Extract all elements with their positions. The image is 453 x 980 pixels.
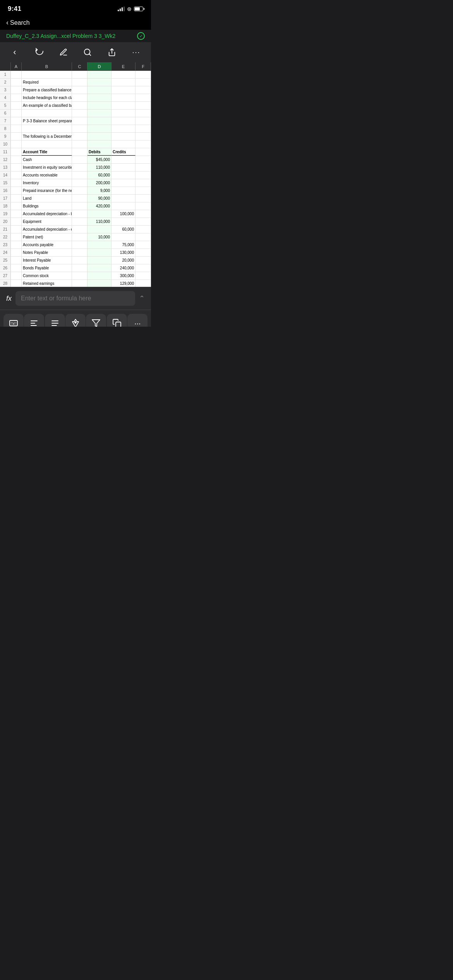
cell-f8[interactable] bbox=[136, 125, 151, 132]
cell-e28[interactable]: 129,000 bbox=[112, 280, 136, 287]
cell-a3[interactable] bbox=[11, 86, 22, 94]
cell-c23[interactable] bbox=[72, 241, 88, 248]
table-row[interactable]: 10 bbox=[0, 140, 151, 148]
table-row[interactable]: 15Inventory200,000 bbox=[0, 179, 151, 187]
undo-button[interactable] bbox=[32, 45, 46, 59]
cell-b28[interactable]: Retained earnings bbox=[22, 280, 72, 287]
nav-back-button[interactable]: ‹ bbox=[8, 45, 22, 59]
cell-b16[interactable]: Prepaid insurance (for the next 9 months… bbox=[22, 187, 72, 194]
cell-c9[interactable] bbox=[72, 133, 88, 140]
pen-button[interactable] bbox=[57, 45, 70, 59]
cell-d23[interactable] bbox=[88, 241, 112, 248]
cell-a13[interactable] bbox=[11, 164, 22, 171]
table-row[interactable]: 18Buildings420,000 bbox=[0, 202, 151, 210]
cell-b2[interactable]: Required bbox=[22, 79, 72, 86]
cell-b6[interactable] bbox=[22, 110, 72, 117]
cell-e21[interactable]: 60,000 bbox=[112, 226, 136, 233]
cell-c25[interactable] bbox=[72, 257, 88, 264]
cell-a27[interactable] bbox=[11, 272, 22, 279]
formula-expand-icon[interactable]: ⌃ bbox=[139, 294, 145, 303]
cell-e11[interactable]: Credits bbox=[112, 148, 136, 156]
cell-d10[interactable] bbox=[88, 140, 112, 148]
cell-d18[interactable]: 420,000 bbox=[88, 202, 112, 210]
cell-a10[interactable] bbox=[11, 140, 22, 148]
col-header-e[interactable]: E bbox=[112, 62, 136, 70]
cell-e17[interactable] bbox=[112, 195, 136, 202]
cell-b19[interactable]: Accumulated depreciation - buildings bbox=[22, 210, 72, 218]
cell-a17[interactable] bbox=[11, 195, 22, 202]
cell-e13[interactable] bbox=[112, 164, 136, 171]
cell-f21[interactable] bbox=[136, 226, 151, 233]
table-row[interactable]: 24Notes Payable130,000 bbox=[0, 249, 151, 257]
cell-a24[interactable] bbox=[11, 249, 22, 256]
cell-d13[interactable]: 110,000 bbox=[88, 164, 112, 171]
cell-c3[interactable] bbox=[72, 86, 88, 94]
cell-d1[interactable] bbox=[88, 71, 112, 78]
more-tools-button[interactable]: ··· bbox=[127, 314, 148, 327]
back-button[interactable]: ‹ Search bbox=[6, 19, 30, 27]
table-row[interactable]: 20Equipment110,000 bbox=[0, 218, 151, 226]
cell-e20[interactable] bbox=[112, 218, 136, 225]
cell-a25[interactable] bbox=[11, 257, 22, 264]
cell-f13[interactable] bbox=[136, 164, 151, 171]
cell-c14[interactable] bbox=[72, 171, 88, 179]
cell-f12[interactable] bbox=[136, 156, 151, 163]
cell-d26[interactable] bbox=[88, 264, 112, 272]
cell-b4[interactable]: Include headings for each classification… bbox=[22, 94, 72, 101]
table-row[interactable]: 4Include headings for each classificatio… bbox=[0, 94, 151, 102]
table-row[interactable]: 14Accounts receivable60,000 bbox=[0, 171, 151, 179]
cell-c10[interactable] bbox=[72, 140, 88, 148]
col-header-f[interactable]: F bbox=[136, 62, 151, 70]
cell-c22[interactable] bbox=[72, 233, 88, 241]
cell-f15[interactable] bbox=[136, 179, 151, 187]
cell-c13[interactable] bbox=[72, 164, 88, 171]
cell-d8[interactable] bbox=[88, 125, 112, 132]
table-row[interactable]: 12Cash$45,000 bbox=[0, 156, 151, 164]
cell-f19[interactable] bbox=[136, 210, 151, 218]
cell-c4[interactable] bbox=[72, 94, 88, 101]
cell-b25[interactable]: Interest Payable bbox=[22, 257, 72, 264]
col-header-a[interactable]: A bbox=[11, 62, 22, 70]
cell-f5[interactable] bbox=[136, 102, 151, 109]
cell-e1[interactable] bbox=[112, 71, 136, 78]
cell-f3[interactable] bbox=[136, 86, 151, 94]
table-row[interactable]: 23Accounts payable75,000 bbox=[0, 241, 151, 249]
cell-a20[interactable] bbox=[11, 218, 22, 225]
cell-a14[interactable] bbox=[11, 171, 22, 179]
cell-d3[interactable] bbox=[88, 86, 112, 94]
cell-d17[interactable]: 90,000 bbox=[88, 195, 112, 202]
cell-b22[interactable]: Patent (net) bbox=[22, 233, 72, 241]
cell-a1[interactable] bbox=[11, 71, 22, 78]
cell-a6[interactable] bbox=[11, 110, 22, 117]
formula-input[interactable] bbox=[15, 291, 135, 306]
cell-c6[interactable] bbox=[72, 110, 88, 117]
table-row[interactable]: 22Patent (net)10,000 bbox=[0, 233, 151, 241]
keyboard-button[interactable] bbox=[3, 314, 24, 327]
align-button[interactable] bbox=[45, 314, 65, 327]
cell-c17[interactable] bbox=[72, 195, 88, 202]
cell-e9[interactable] bbox=[112, 133, 136, 140]
cell-e14[interactable] bbox=[112, 171, 136, 179]
spreadsheet[interactable]: A B C D E F G 12Required3Prepare a class… bbox=[0, 62, 151, 287]
cell-f7[interactable] bbox=[136, 117, 151, 125]
table-row[interactable]: 21Accumulated depreciation - equipment60… bbox=[0, 226, 151, 233]
cell-e24[interactable]: 130,000 bbox=[112, 249, 136, 256]
col-header-b[interactable]: B bbox=[22, 62, 72, 70]
cell-f14[interactable] bbox=[136, 171, 151, 179]
cell-c11[interactable] bbox=[72, 148, 88, 156]
cell-c18[interactable] bbox=[72, 202, 88, 210]
cell-d20[interactable]: 110,000 bbox=[88, 218, 112, 225]
cell-d27[interactable] bbox=[88, 272, 112, 279]
table-row[interactable]: 2Required bbox=[0, 79, 151, 86]
cell-a5[interactable] bbox=[11, 102, 22, 109]
cell-f16[interactable] bbox=[136, 187, 151, 194]
table-row[interactable]: 26Bonds Payable240,000 bbox=[0, 264, 151, 272]
cell-b8[interactable] bbox=[22, 125, 72, 132]
cell-e23[interactable]: 75,000 bbox=[112, 241, 136, 248]
cell-c21[interactable] bbox=[72, 226, 88, 233]
cell-a21[interactable] bbox=[11, 226, 22, 233]
cell-c12[interactable] bbox=[72, 156, 88, 163]
cell-c24[interactable] bbox=[72, 249, 88, 256]
cell-a28[interactable] bbox=[11, 280, 22, 287]
cell-d24[interactable] bbox=[88, 249, 112, 256]
